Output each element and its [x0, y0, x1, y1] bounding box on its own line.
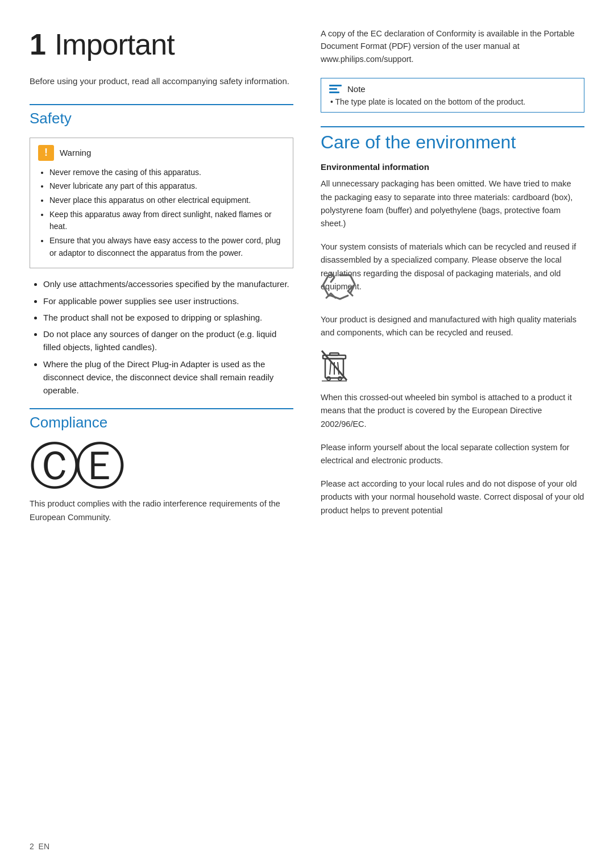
chapter-title: 1Important [30, 27, 293, 61]
page-number: 2 [30, 842, 34, 851]
left-column: 1Important Before using your product, re… [30, 27, 293, 528]
warning-header: ! Warning [38, 145, 285, 161]
note-content: • The type plate is located on the botto… [329, 97, 576, 106]
bin-text: When this crossed-out wheeled bin symbol… [321, 391, 584, 431]
svg-line-3 [330, 362, 331, 375]
extra-bullet-list: Only use attachments/accessories specifi… [30, 277, 293, 397]
chapter-number: 1 [30, 28, 45, 61]
list-item: Where the plug of the Direct Plug-in Ada… [43, 358, 293, 397]
list-item: Do not place any sources of danger on th… [43, 327, 293, 354]
bin-icon-svg [321, 350, 348, 381]
chapter-title-text: Important [55, 28, 175, 61]
list-item: Never lubricate any part of this apparat… [49, 180, 285, 193]
note-icon [329, 85, 342, 93]
care-section-title: Care of the environment [321, 126, 584, 153]
compliance-text: This product complies with the radio int… [30, 497, 293, 524]
svg-rect-2 [330, 353, 339, 355]
page-lang: EN [39, 842, 49, 851]
ec-declaration-text: A copy of the EC declaration of Conformi… [321, 27, 584, 65]
safety-section-title: Safety [30, 104, 293, 127]
list-item: Never remove the casing of this apparatu… [49, 167, 285, 179]
list-item: The product shall not be exposed to drip… [43, 311, 293, 324]
page-footer: 2 EN [30, 842, 49, 851]
disposal-text: Please act according to your local rules… [321, 477, 584, 517]
env-info-title: Environmental information [321, 162, 584, 172]
warning-box: ! Warning Never remove the casing of thi… [30, 138, 293, 269]
intro-text: Before using your product, read all acco… [30, 75, 293, 88]
right-column: A copy of the EC declaration of Conformi… [321, 27, 584, 528]
recycle-symbol-svg [321, 269, 360, 304]
list-item: Keep this apparatus away from direct sun… [49, 209, 285, 233]
quality-text: Your product is designed and manufacture… [321, 313, 584, 339]
warning-list: Never remove the casing of this apparatu… [38, 167, 285, 260]
local-text: Please inform yourself about the local s… [321, 441, 584, 467]
note-header: Note [329, 84, 576, 94]
note-box: Note • The type plate is located on the … [321, 78, 584, 113]
note-label: Note [347, 84, 366, 94]
packaging-text: All unnecessary packaging has been omitt… [321, 177, 584, 230]
list-item: Ensure that you always have easy access … [49, 235, 285, 259]
svg-line-5 [338, 362, 339, 375]
list-item: Only use attachments/accessories specifi… [43, 277, 293, 290]
compliance-section-title: Compliance [30, 408, 293, 431]
ce-mark: ⒸⒺ [30, 442, 293, 492]
warning-label: Warning [60, 148, 91, 157]
warning-icon: ! [38, 145, 54, 161]
list-item: For applicable power supplies see user i… [43, 294, 293, 308]
bin-icon-area [321, 350, 584, 383]
list-item: Never place this apparatus on other elec… [49, 194, 285, 207]
